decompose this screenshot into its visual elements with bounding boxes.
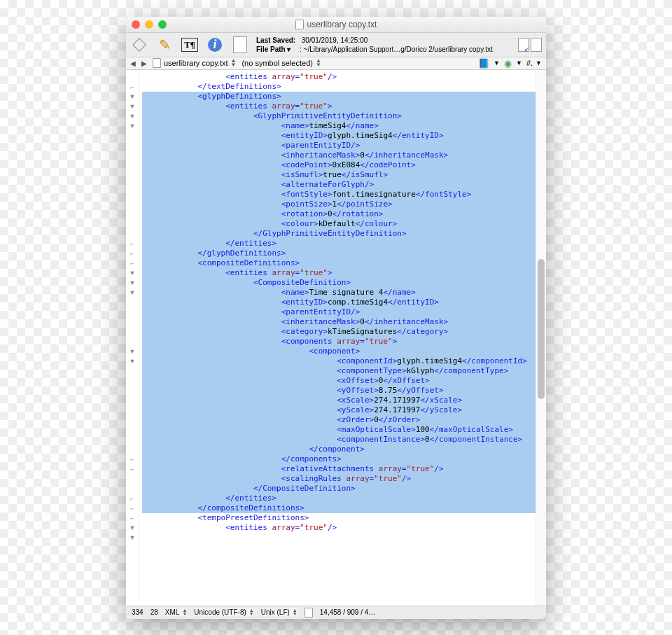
status-line: 334	[132, 608, 144, 616]
toolbar: ✎ T¶ i Last Saved: 30/01/2019, 14:25:00 …	[126, 33, 546, 57]
code-area[interactable]: <entities array="true"/> </textDefinitio…	[139, 70, 536, 606]
status-col: 28	[150, 608, 158, 616]
scrollbar[interactable]	[536, 70, 546, 606]
text-options-button[interactable]: T¶	[181, 36, 199, 54]
scrollbar-thumb[interactable]	[538, 259, 545, 399]
hash-dropdown[interactable]: #.▼	[526, 59, 542, 67]
symbol-dropdown[interactable]: (no symbol selected)▲▼	[241, 59, 321, 67]
nav-back[interactable]: ◀	[130, 60, 136, 67]
object-icon[interactable]: ◉	[504, 58, 512, 69]
file-dropdown[interactable]: userlibrary copy.txt▲▼	[153, 58, 236, 68]
file-meta: Last Saved: 30/01/2019, 14:25:00 File Pa…	[256, 36, 511, 54]
zoom-button[interactable]	[158, 20, 167, 29]
bookmark-icon[interactable]: 📘	[478, 58, 489, 69]
right-toolbar[interactable]: ↙	[518, 38, 542, 52]
window-title: userlibrary copy.txt	[126, 20, 546, 29]
nav-fwd[interactable]: ▶	[141, 60, 147, 67]
edit-button[interactable]: ✎	[155, 36, 174, 54]
editor-body: ⌐▼▼▼▼⌐⌐⌐▼▼▼▼▼⌐⌐⌐⌐⌐▼▼ <entities array="tr…	[126, 70, 546, 606]
fold-gutter[interactable]: ⌐▼▼▼▼⌐⌐⌐▼▼▼▼▼⌐⌐⌐⌐⌐▼▼	[126, 70, 139, 606]
minimize-button[interactable]	[145, 20, 153, 29]
lang-dropdown[interactable]: XML▲▼	[165, 608, 188, 616]
status-counts: 14,458 / 909 / 4…	[320, 608, 376, 616]
enc-dropdown[interactable]: Unicode (UTF-8)▲▼	[194, 608, 253, 616]
document-icon	[304, 608, 313, 617]
close-button[interactable]	[132, 20, 140, 29]
prefs-button[interactable]	[130, 36, 148, 54]
document-button[interactable]	[231, 36, 249, 54]
navbar: ◀ ▶ userlibrary copy.txt▲▼ (no symbol se…	[126, 57, 546, 70]
editor-window: userlibrary copy.txt ✎ T¶ i Last Saved: …	[126, 17, 546, 619]
document-icon	[295, 20, 304, 29]
titlebar[interactable]: userlibrary copy.txt	[126, 17, 546, 33]
statusbar: 334 28 XML▲▼ Unicode (UTF-8)▲▼ Unix (LF)…	[126, 606, 546, 619]
document-icon	[153, 58, 161, 68]
info-button[interactable]: i	[206, 36, 224, 54]
eol-dropdown[interactable]: Unix (LF)▲▼	[261, 608, 298, 616]
